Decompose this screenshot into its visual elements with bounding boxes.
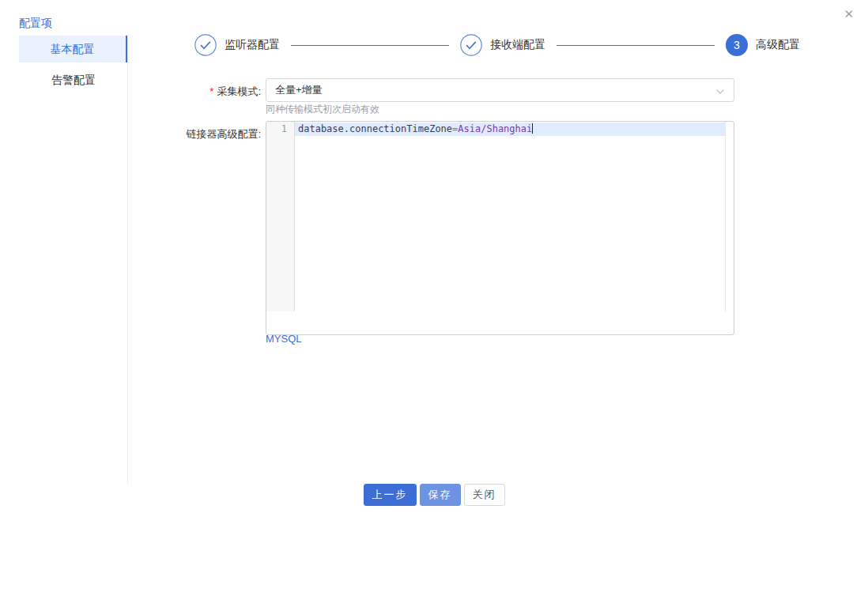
code-key: database.connectionTimeZone [298, 123, 452, 134]
prev-step-button[interactable]: 上一步 [364, 484, 417, 506]
required-asterisk: * [209, 85, 213, 97]
step-advanced-config: 3 高级配置 [726, 34, 800, 56]
step-connector [291, 45, 449, 46]
close-icon[interactable]: ✕ [839, 3, 859, 25]
code-line: database.connectionTimeZone=Asia/Shangha… [295, 123, 725, 136]
code-editor: 1 database.connectionTimeZone=Asia/Shang… [266, 122, 726, 311]
code-value: Asia/Shanghai [458, 123, 532, 134]
check-circle-icon [460, 34, 482, 56]
check-circle-icon [194, 34, 217, 56]
select-value: 全量+增量 [275, 83, 715, 97]
db-type-link[interactable]: MYSQL [266, 333, 302, 345]
advanced-config-label: 链接器高级配置: [103, 127, 261, 141]
collect-mode-label-text: 采集模式: [217, 85, 261, 97]
step-connector [557, 45, 715, 46]
step-label: 高级配置 [756, 38, 800, 52]
step-receiver-config: 接收端配置 [460, 34, 545, 56]
text-cursor [532, 123, 533, 134]
step-listener-config: 监听器配置 [194, 34, 280, 56]
collect-mode-helper: 同种传输模式初次启动有效 [266, 103, 379, 116]
code-area[interactable]: database.connectionTimeZone=Asia/Shangha… [295, 122, 725, 311]
page-title: 配置项 [19, 17, 52, 31]
step-number-badge: 3 [726, 34, 748, 56]
line-number: 1 [281, 123, 287, 134]
collect-mode-label: *采集模式: [103, 85, 261, 99]
sidebar-item-basic-config[interactable]: 基本配置 [19, 36, 128, 62]
step-label: 接收端配置 [490, 38, 545, 52]
advanced-config-editor[interactable]: 1 database.connectionTimeZone=Asia/Shang… [266, 121, 734, 335]
sidebar-divider [127, 36, 128, 484]
close-button[interactable]: 关闭 [464, 484, 505, 506]
save-button[interactable]: 保存 [420, 484, 461, 506]
stepper: 监听器配置 接收端配置 3 高级配置 [194, 34, 800, 56]
line-number-gutter: 1 [266, 122, 295, 311]
footer-actions: 上一步 保存 关闭 [0, 484, 868, 506]
chevron-down-icon [715, 85, 725, 95]
collect-mode-select[interactable]: 全量+增量 [266, 78, 734, 102]
step-label: 监听器配置 [225, 38, 280, 52]
